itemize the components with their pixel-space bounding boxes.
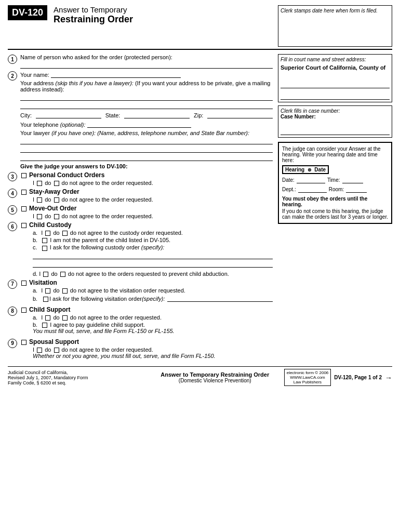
city-field[interactable]	[36, 111, 101, 118]
fill-court-label: Fill in court name and street address:	[281, 57, 390, 62]
section-6-d-do-checkbox[interactable]	[43, 272, 48, 277]
section-5-donot-checkbox[interactable]	[54, 214, 59, 219]
section-8-a-agree: agree to the order requested.	[87, 314, 161, 321]
section-8-b-checkbox[interactable]	[42, 323, 47, 328]
section-7-a-donot-checkbox[interactable]	[62, 288, 68, 294]
address-field-1[interactable]	[20, 94, 273, 101]
section-6-c-field-1[interactable]	[33, 252, 273, 259]
telephone-label: Your telephone	[20, 122, 59, 128]
footer-left-line1: Judicial Council of California,	[8, 370, 146, 375]
section-6-d-do: do	[51, 271, 57, 277]
section-8-a-i: I	[41, 314, 43, 321]
section-9-do-checkbox[interactable]	[37, 348, 42, 353]
section-8-content: Child Support a. I do do not agree to th…	[20, 306, 273, 334]
section-1-field[interactable]	[20, 61, 273, 69]
lawyer-row: Your lawyer (if you have one): (Name, ad…	[20, 130, 273, 136]
section-4-checkbox[interactable]	[21, 190, 26, 195]
hearing-label-text: Hearing	[285, 167, 304, 172]
section-6-checkbox[interactable]	[21, 223, 26, 228]
section-6-b-checkbox[interactable]	[42, 238, 47, 243]
footer-left-line3: Family Code, § 6200 et seq.	[8, 380, 146, 385]
section-9-number: 9	[8, 339, 17, 348]
section-7-a-do-checkbox[interactable]	[45, 288, 50, 294]
lawyer-field-1[interactable]	[20, 137, 273, 144]
telephone-field[interactable]	[87, 121, 191, 128]
clerk-fills-label: Clerk fills in case number:	[281, 108, 390, 114]
section-6-a-donot-checkbox[interactable]	[62, 231, 68, 236]
section-4-title: Stay-Away Order	[29, 188, 79, 195]
section-8-note-text: You must fill out, serve, and file Form …	[33, 328, 175, 334]
clerk-stamp-box: Clerk stamps date here when form is file…	[278, 5, 392, 47]
section-8-b-label: b.	[33, 322, 37, 328]
section-5-checkbox[interactable]	[21, 206, 26, 211]
address-field-2[interactable]	[20, 102, 273, 109]
your-name-field[interactable]	[51, 71, 181, 78]
section-4-do-checkbox[interactable]	[37, 197, 42, 203]
right-column: Fill in court name and street address: S…	[278, 54, 392, 361]
section-9-title: Spousal Support	[29, 338, 79, 345]
section-5-title: Move-Out Order	[29, 205, 76, 212]
section-9-checkbox[interactable]	[21, 340, 26, 345]
section-7-b-checkbox[interactable]	[43, 297, 48, 302]
section-7-a-i: I	[41, 287, 43, 294]
section-8-title: Child Support	[29, 306, 70, 313]
case-number-field[interactable]	[281, 128, 390, 135]
section-9-i: I	[33, 347, 34, 353]
left-column: 1 Name of person who asked for the order…	[8, 54, 273, 361]
footer-arrow: →	[385, 374, 392, 382]
hearing-time-field[interactable]	[342, 176, 363, 183]
date-field-label: Date:	[282, 177, 295, 183]
section-9: 9 Spousal Support I do do not agree to t…	[8, 338, 273, 359]
section-5-do-checkbox[interactable]	[37, 214, 42, 219]
hearing-date-row: Hearing ⊗ Date	[282, 165, 388, 174]
section-7-checkbox[interactable]	[21, 281, 26, 286]
section-6-c-field-2[interactable]	[33, 260, 273, 268]
hearing-date-field[interactable]	[297, 176, 325, 183]
title-sub: Restraining Order	[54, 14, 278, 25]
date-label-text: Date	[314, 167, 326, 172]
hearing-room-field[interactable]	[346, 185, 367, 193]
hearing-dept-field[interactable]	[298, 185, 327, 193]
section-1: 1 Name of person who asked for the order…	[8, 54, 273, 69]
state-field[interactable]	[124, 111, 190, 118]
section-9-donot-checkbox[interactable]	[54, 348, 59, 353]
lawyer-field-2[interactable]	[20, 145, 273, 153]
dept-label: Dept.:	[282, 187, 296, 192]
section-9-note-text: Whether or not you agree, you must fill …	[33, 353, 216, 359]
footer-left-line2: Revised July 1, 2007, Mandatory Form	[8, 375, 146, 380]
lawyer-field-3[interactable]	[20, 154, 273, 161]
section-2-content: Your name: Your address (skip this if yo…	[20, 71, 273, 161]
court-name-field[interactable]	[281, 81, 390, 88]
section-7-b-field[interactable]	[167, 295, 273, 302]
section-8-a-do: do	[53, 314, 59, 321]
section-9-row: I do do not agree to the order requested…	[33, 347, 273, 353]
footer-form-num: DV-120, Page 1 of 2	[334, 375, 382, 380]
section-6-c-checkbox[interactable]	[42, 246, 47, 251]
court-address-field[interactable]	[281, 92, 390, 100]
section-6-a-do-checkbox[interactable]	[45, 231, 50, 236]
section-8-a-do-checkbox[interactable]	[45, 315, 50, 321]
section-3-donot-checkbox[interactable]	[54, 181, 59, 186]
hearing-date-label: Hearing ⊗ Date	[282, 165, 329, 174]
section-8-checkbox[interactable]	[21, 308, 26, 313]
section-6-a-donot: do not	[70, 230, 86, 236]
section-6-c-label: c.	[33, 244, 37, 250]
footer-center-title: Answer to Temporary Restraining Order	[146, 371, 284, 378]
section-6-content: Child Custody a. I do do not agree to th…	[20, 221, 273, 276]
section-8-a-donot-checkbox[interactable]	[62, 315, 68, 321]
section-4-i: I	[33, 196, 34, 203]
section-7-content: Visitation a. I do do not agree to the v…	[20, 279, 273, 302]
zip-field[interactable]	[207, 111, 273, 118]
give-judge-text: Give the judge your answers to DV-100:	[20, 163, 273, 169]
section-4-donot-checkbox[interactable]	[54, 197, 59, 203]
section-8-a-donot: do not	[70, 314, 86, 321]
must-obey-text-1: If you do not come to this hearing, the …	[282, 208, 388, 214]
section-4: 4 Stay-Away Order I do do not agree to t…	[8, 188, 273, 203]
section-7-b: b. I ask for the following visitation or…	[33, 295, 273, 302]
section-3-do-checkbox[interactable]	[37, 181, 42, 186]
section-3-checkbox[interactable]	[21, 173, 26, 178]
court-info-box: Fill in court name and street address: S…	[278, 54, 392, 102]
section-6-d-donot-checkbox[interactable]	[60, 272, 65, 277]
section-9-agree: agree to the order requested.	[79, 347, 153, 353]
section-6-a-i: I	[41, 230, 43, 236]
